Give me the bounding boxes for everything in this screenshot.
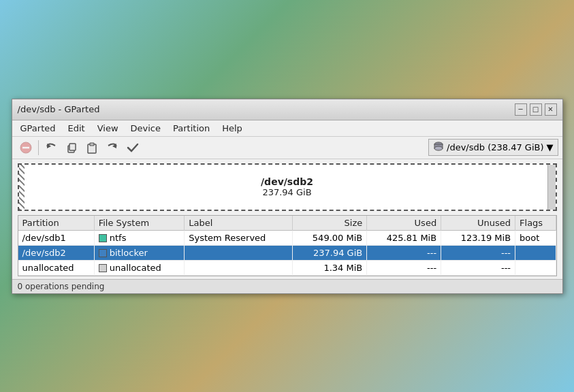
- status-text: 0 operations pending: [18, 282, 105, 291]
- window-title: /dev/sdb - GParted: [18, 104, 100, 114]
- device-selector[interactable]: /dev/sdb (238.47 GiB) ▼: [428, 139, 558, 156]
- redo-button[interactable]: [103, 139, 122, 157]
- menu-help[interactable]: Help: [217, 122, 248, 135]
- toolbar-sep-1: [38, 140, 39, 155]
- toolbar: /dev/sdb (238.47 GiB) ▼: [12, 137, 562, 159]
- disk-bar: /dev/sdb2 237.94 GiB: [19, 165, 556, 210]
- cancel-button[interactable]: [16, 139, 35, 157]
- copy-button[interactable]: [62, 139, 81, 157]
- disk-scrollbar[interactable]: [547, 165, 556, 210]
- col-partition: Partition: [18, 216, 95, 231]
- partition-table: Partition File System Label Size Used Un…: [18, 216, 556, 276]
- svg-rect-4: [69, 144, 76, 150]
- minimize-button[interactable]: ─: [515, 103, 527, 116]
- paste-button[interactable]: [82, 139, 101, 157]
- table-header-row: Partition File System Label Size Used Un…: [18, 216, 556, 231]
- table-row[interactable]: unallocated unallocated 1.34 MiB --- ---: [18, 260, 556, 275]
- svg-point-10: [434, 146, 443, 150]
- main-window: /dev/sdb - GParted ─ □ ✕ GParted Edit Vi…: [12, 99, 563, 294]
- device-label: /dev/sdb (238.47 GiB): [447, 142, 543, 152]
- menu-gparted[interactable]: GParted: [15, 122, 61, 135]
- titlebar: /dev/sdb - GParted ─ □ ✕: [12, 99, 562, 120]
- menu-view[interactable]: View: [92, 122, 124, 135]
- cell-filesystem: ntfs: [94, 230, 185, 245]
- cell-partition: /dev/sdb2: [18, 245, 95, 260]
- cell-size: 549.00 MiB: [293, 230, 367, 245]
- window-controls: ─ □ ✕: [515, 103, 557, 116]
- disk-stripe-left: [19, 165, 25, 210]
- cell-used: ---: [367, 245, 441, 260]
- close-button[interactable]: ✕: [545, 103, 557, 116]
- cell-size: 1.34 MiB: [293, 260, 367, 275]
- table-row[interactable]: /dev/sdb1 ntfs System Reserved 549.00 Mi…: [18, 230, 556, 245]
- statusbar: 0 operations pending: [12, 279, 562, 293]
- cell-used: ---: [367, 260, 441, 275]
- menu-partition[interactable]: Partition: [168, 122, 215, 135]
- cell-label: [185, 260, 293, 275]
- disk-visual: /dev/sdb2 237.94 GiB: [18, 163, 557, 211]
- cell-flags: [515, 245, 556, 260]
- cell-filesystem: bitlocker: [94, 245, 185, 260]
- cell-label: System Reserved: [185, 230, 293, 245]
- col-filesystem: File System: [94, 216, 185, 231]
- cell-size: 237.94 GiB: [293, 245, 367, 260]
- cell-flags: [515, 260, 556, 275]
- cell-used: 425.81 MiB: [367, 230, 441, 245]
- menu-device[interactable]: Device: [125, 122, 166, 135]
- disk-icon: [433, 141, 444, 154]
- cell-partition: unallocated: [18, 260, 95, 275]
- cell-label: [185, 245, 293, 260]
- cell-unused: ---: [441, 245, 515, 260]
- cell-flags: boot: [515, 230, 556, 245]
- apply-button[interactable]: [123, 139, 142, 157]
- partition-table-container: Partition File System Label Size Used Un…: [18, 215, 557, 276]
- cell-partition: /dev/sdb1: [18, 230, 95, 245]
- disk-main-area: /dev/sdb2 237.94 GiB: [25, 165, 550, 210]
- maximize-button[interactable]: □: [530, 103, 542, 116]
- undo-button[interactable]: [42, 139, 61, 157]
- disk-visual-partition-size: 237.94 GiB: [262, 187, 311, 197]
- dropdown-arrow-icon: ▼: [547, 142, 554, 152]
- cell-unused: ---: [441, 260, 515, 275]
- table-row[interactable]: /dev/sdb2 bitlocker 237.94 GiB --- ---: [18, 245, 556, 260]
- col-label: Label: [185, 216, 293, 231]
- col-flags: Flags: [515, 216, 556, 231]
- cell-filesystem: unallocated: [94, 260, 185, 275]
- menubar: GParted Edit View Device Partition Help: [12, 120, 562, 137]
- menu-edit[interactable]: Edit: [63, 122, 91, 135]
- svg-rect-6: [90, 143, 94, 146]
- col-size: Size: [293, 216, 367, 231]
- partition-tbody: /dev/sdb1 ntfs System Reserved 549.00 Mi…: [18, 230, 556, 275]
- cell-unused: 123.19 MiB: [441, 230, 515, 245]
- col-unused: Unused: [441, 216, 515, 231]
- disk-visual-partition-name: /dev/sdb2: [261, 176, 313, 187]
- col-used: Used: [367, 216, 441, 231]
